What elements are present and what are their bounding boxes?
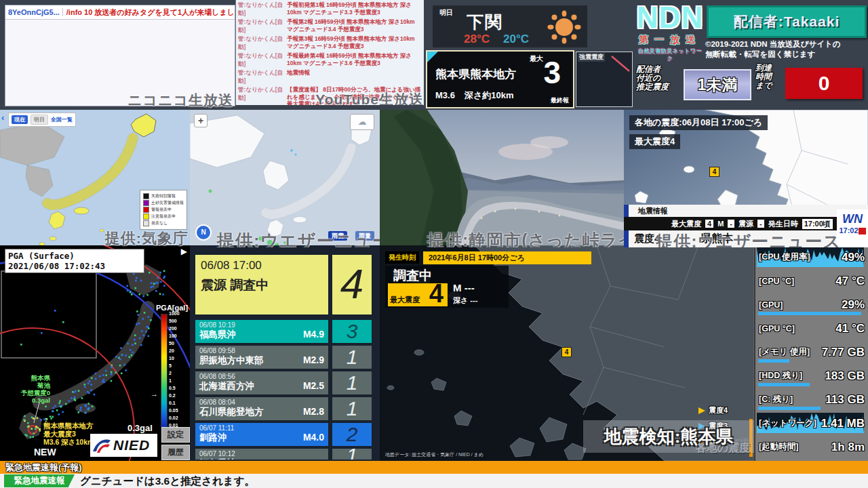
event-intensity-badge: 4 [332,255,372,314]
legend-swatch [143,214,149,220]
stat-network: [ネットワーク]1.41 MB [755,411,868,435]
earthquake-history-list: 06/08 17:00 震源 調査中 4 06/08 10:19 福島県沖M4.… [190,245,380,461]
chat-text: 予報最終第4報 16時59分頃 熊本県熊本地方 深さ10km マグニチュード3.… [287,52,422,68]
jma-map-toolbar: 現在 明日 全国一覧 [8,113,76,127]
wn-seconds-chip [859,228,866,235]
broadcaster-badge: 配信者:Takaaki [707,5,867,38]
event-datetime: 06/08 17:00 [201,259,323,272]
youtube-watermark: YouTube生放送 [315,90,424,105]
tab-current[interactable]: 現在 [12,115,28,124]
compass-icon[interactable]: N [195,224,212,241]
new-badge: NEW [34,447,56,458]
intensity-4-marker: 4 [561,347,572,357]
sun-icon [547,9,582,45]
wni-watermark: 提供:ウエザーニュース [217,229,380,247]
zoom-in-button[interactable]: + [194,114,208,127]
origin-time-value: 2021年6月8日 17時00分ごろ [423,251,591,264]
chat-author: 管:なりかくん[自動] [238,1,287,18]
kyoshin-pga-monitor: PGA (Surface) 2021/06/08 17:02:43 ▶ PGA[… [0,245,190,461]
legend-intensity-4: 震度4 [698,405,728,415]
chat-author: 管:なりかくん[自動] [238,86,287,105]
event-row[interactable]: 06/08 08:04 石川県能登地方M2.8 [195,397,328,420]
event-row[interactable]: 06/08 08:56 北海道西方沖M2.5 [195,371,328,394]
max-intensity-box: 最大震度 4 [388,283,448,306]
ndn-logo-text: NDN [636,3,704,33]
history-button[interactable]: 履歴 [161,445,190,460]
chat-author: 管:なりかくん[自動] [238,69,287,85]
chat-message: 管:なりかくん[自動]予報初発第1報 16時59分頃 熊本県熊本地方 深さ10k… [238,1,422,18]
map-credits: 地図データ: 国土交通省・気象庁 / NIED / まめ [385,451,484,458]
event-row[interactable]: 06/07 10:12 福島県沖M3.8 [195,449,328,460]
copyright-line2: 無断転載・転写を固く禁じます [705,49,867,60]
chat-author: 管:なりかくん[自動] [238,18,287,35]
map-back-chevron[interactable]: ‹ [1,113,4,123]
legend-swatch [143,200,149,206]
event-row[interactable]: 06/07 11:11 釧路沖M4.0 [195,423,328,446]
link-national-list[interactable]: 全国一覧 [51,116,73,123]
niconico-chat-panel: 8YeOnnCjG5... /info 10 放送者の好みタグを見て1人が来場し… [5,5,235,106]
tab-tomorrow[interactable]: 明日 [31,115,48,125]
eq-magnitude: M3.6 [435,90,455,100]
eew-ticker-message: グニチュードは3.6と推定されます。 [80,474,255,488]
arrival-countdown-value: 0 [785,68,863,99]
eew-alert-badge: 緊急地震速報 [4,474,75,487]
legend-swatch [143,207,149,213]
chat-text: 予報第2報 16時59分頃 熊本県熊本地方 深さ10km マグニチュード3.4 … [287,18,422,35]
stat-uptime: [起動時間]1h 8m [755,435,868,459]
chat-author: 管:なりかくん[自動] [238,35,287,52]
event-intensity-badge: 1 [332,397,372,420]
event-row[interactable]: 06/08 09:58 胆振地方中東部M2.9 [195,346,328,369]
stat-cpu-usage: [CPU 使用率]49% [755,245,868,269]
pga-timestamp: 2021/06/08 17:02:43 [8,261,141,271]
event-intensity-badge: 1 [332,449,372,460]
broadcaster-name: 配信者:Takaaki [734,12,840,31]
radar-map-graphic [190,110,380,247]
detection-map-panel: 発生時刻 2021年6月8日 17時00分ごろ 調査中 最大震度 4 M ---… [380,245,754,461]
wn-clock: 17:02 [839,226,858,235]
status-investigating: 調査中 [393,267,432,285]
event-location: 震源 調査中 [201,277,323,294]
settings-button[interactable]: 設定 [161,427,190,443]
warning-legend: 大雨特別警報 土砂災害警戒情報 警報発表中 注意報発表中 発表なし [140,190,187,230]
layers-button[interactable]: ☁ [350,114,374,130]
earthquake-summary-card: 熊本県熊本地方 M3.6深さ約10km 最大 3 最終報 [426,50,574,108]
stat-cdrive: [C: 残り]113 GB [755,388,868,411]
eq-max-label: 最大 [530,54,543,64]
weather-forecast-card: 明日 下関 28°C 20°C [433,5,587,47]
nico-user-id[interactable]: 8YeOnnCjG5... [5,8,63,16]
memory-usage-bar [758,359,789,363]
stat-memory: [メモリ 使用]7.77 GB [755,340,868,364]
jma-watermark: 提供:気象庁 [105,228,189,247]
nied-swoosh-icon [90,435,113,455]
ndn-network-label: 自然災害防災ネットワーク [636,47,704,62]
camera-scene-graphic [380,110,624,247]
stat-gpu-usage: [GPU]29% [755,293,868,317]
stat-hdd: [HDD 残り]183 GB [755,364,868,388]
jma-warning-map[interactable]: ‹ 現在 明日 全国一覧 大雨特別警報 土砂災害警戒情報 警報発表中 注意報発表… [0,110,190,247]
chat-text: 地震情報 [287,69,422,85]
eq-info-detail-bar: 最大震度4 M- 震源- 発生日時17:00頃 [624,217,868,230]
eew-forecast-bar: 緊急地震速報(予報) [0,461,868,474]
nico-system-message: /info 10 放送者の好みタグを見て1人が来場しました [63,7,246,18]
magnitude-unknown: M --- [453,282,475,293]
event-row[interactable]: 06/08 10:19 福島県沖M4.9 [195,320,328,343]
legend-triangle-icon [698,407,705,414]
play-icon[interactable]: ▶ [181,247,187,256]
youtube-chat-panel: 管:なりかくん[自動]予報初発第1報 16時59分頃 熊本県熊本地方 深さ10k… [235,0,424,105]
event-intensity-badge: 2 [332,423,372,446]
wn-logo-clock: WN 17:02 [837,209,868,247]
nico-watermark: ニコニコ生放送 [127,91,233,110]
intensity-map-header: 各地の震度:06月08日 17:00ごろ [629,115,768,130]
regional-intensity-map: 各地の震度:06月08日 17:00ごろ 最大震度4 4 地震情報 最大震度4 … [624,110,868,247]
weather-city: 下関 [467,11,503,33]
current-event-row[interactable]: 06/08 17:00 震源 調査中 [195,255,328,314]
arrival-time-label: 到達時間まで [755,64,772,90]
chat-message: 管:なりかくん[自動]予報第3報 16時59分頃 熊本県熊本地方 深さ10km … [238,35,422,52]
max-intensity-label: 最大震度4 [629,134,680,149]
eq-final-report: 最終報 [551,96,569,105]
weathernews-radar-map[interactable]: + ☁ N 雨雲 雨量 提供:ウエザーニュース [190,110,380,247]
chat-message: 管:なりかくん[自動]予報最終第4報 16時59分頃 熊本県熊本地方 深さ10k… [238,52,422,68]
ndn-logo: NDN 第一放送 自然災害防災ネットワーク [636,3,704,62]
origin-time-label: 発生時刻 [385,251,419,264]
estimated-intensity-label: 配信者付近の推定震度 [636,65,669,92]
